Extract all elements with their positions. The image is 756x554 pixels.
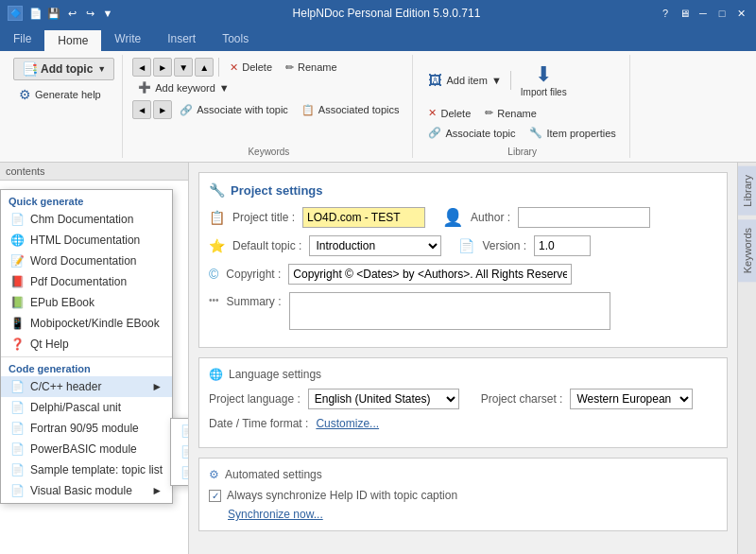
add-topic-button[interactable]: 📑 Add topic ▼	[13, 58, 114, 80]
item-props-icon: 🔧	[529, 127, 542, 139]
menu-word[interactable]: 📝 Word Documentation	[1, 251, 172, 271]
menu-sample[interactable]: 📄 Sample template: topic list	[1, 459, 172, 480]
qt-icon: ❓	[10, 338, 25, 351]
redo-btn[interactable]: ↪	[82, 6, 97, 21]
kw-row3: ◄ ► 🔗 Associate with topic 📋 Associated …	[132, 100, 404, 119]
copyright-input[interactable]	[288, 264, 572, 285]
nav-assoc-right[interactable]: ►	[153, 100, 172, 119]
menu-kindle[interactable]: 📱 Mobipocket/Kindle EBook	[1, 313, 172, 334]
menu-chm[interactable]: 📄 Chm Documentation	[1, 209, 172, 230]
sync-checkbox[interactable]: ✓	[209, 490, 221, 502]
nav-down[interactable]: ▼	[174, 58, 193, 77]
menu-powerbasic[interactable]: 📄 PowerBASIC module	[1, 439, 172, 459]
menu-vb[interactable]: 📄 Visual Basic module ►	[1, 480, 172, 501]
nav-right[interactable]: ►	[153, 58, 172, 77]
lang-select[interactable]: English (United States)	[308, 389, 459, 409]
customize-link[interactable]: Customize...	[316, 417, 379, 430]
rename-lib-button[interactable]: ✏ Rename	[479, 104, 542, 122]
item-props-label: Item properties	[546, 128, 615, 139]
add-topic-label: Add topic	[41, 62, 93, 76]
cpp-sub-arrow: ►	[151, 380, 163, 393]
charset-select[interactable]: Western European	[570, 389, 693, 409]
undo-btn[interactable]: ↩	[64, 6, 79, 21]
content-area: 🔧 Project settings 📋 Project title : 👤 A…	[189, 163, 737, 554]
assoc-topic-icon: 🔗	[180, 104, 193, 116]
project-title-row: 📋 Project title : 👤 Author :	[209, 207, 717, 228]
menu-html[interactable]: 🌐 HTML Documentation	[1, 230, 172, 251]
lang-title: 🌐 Language settings	[209, 368, 717, 381]
proj-title-label: Project title :	[232, 211, 295, 224]
default-topic-select[interactable]: Introduction	[309, 235, 441, 256]
topics-btns: 📑 Add topic ▼ ⚙ Generate help	[13, 58, 114, 105]
powerbasic-icon: 📄	[10, 442, 25, 456]
default-topic-label: Default topic :	[232, 239, 301, 252]
tab-file[interactable]: File	[0, 26, 44, 51]
add-keyword-button[interactable]: ➕ Add keyword ▼	[132, 78, 234, 96]
nav-up[interactable]: ▲	[195, 58, 214, 77]
default-topic-row: ⭐ Default topic : Introduction 📄 Version…	[209, 235, 717, 256]
menu-fortran[interactable]: 📄 Fortran 90/95 module	[1, 418, 172, 439]
proj-title-input[interactable]	[302, 207, 425, 228]
rename-kw-button[interactable]: ✏ Rename	[280, 59, 343, 77]
sync-now-link[interactable]: Synchronize now...	[228, 508, 323, 521]
sub-cpp-enums[interactable]: 📄 C/C++ Enums	[171, 462, 189, 483]
tab-insert[interactable]: Insert	[154, 26, 209, 51]
date-row: Date / Time format : Customize...	[209, 417, 717, 430]
assoc-topics-button[interactable]: 📋 Associated topics	[296, 101, 405, 119]
assoc-lib-icon: 🔗	[428, 127, 441, 139]
close-btn[interactable]: ✕	[733, 6, 748, 21]
sidebar-tab-keywords[interactable]: Keywords	[738, 219, 757, 282]
minimize-btn[interactable]: ─	[696, 6, 711, 21]
delete-lib-button[interactable]: ✕ Delete	[422, 104, 476, 122]
save-btn[interactable]: 💾	[46, 6, 61, 21]
menu-cpp[interactable]: 📄 C/C++ header ►	[1, 376, 172, 397]
generate-help-button[interactable]: ⚙ Generate help	[13, 84, 114, 105]
lib-row3: 🔗 Associate topic 🔧 Item properties	[422, 124, 621, 142]
word-icon: 📝	[10, 254, 25, 268]
assoc-topics-icon: 📋	[301, 104, 315, 116]
sidebar-tab-library[interactable]: Library	[738, 166, 757, 216]
chm-icon: 📄	[10, 213, 25, 226]
menu-epub[interactable]: 📗 EPub EBook	[1, 292, 172, 313]
sub-cpp-constants[interactable]: 📄 C/C++ Constants	[171, 421, 189, 441]
tab-write[interactable]: Write	[101, 26, 154, 51]
generate-help-icon: ⚙	[19, 87, 31, 102]
menu-qt[interactable]: ❓ Qt Help	[1, 334, 172, 355]
rename-lib-label: Rename	[497, 108, 537, 119]
author-input[interactable]	[518, 207, 650, 228]
assoc-topic-lib-button[interactable]: 🔗 Associate topic	[422, 124, 521, 142]
import-label: Import files	[521, 87, 567, 97]
new-btn[interactable]: 📄	[28, 6, 43, 21]
sub-cpp-defines[interactable]: 📄 C/C++ Defines	[171, 441, 189, 462]
copyright-icon: ©	[209, 267, 218, 282]
lang-label: Project language :	[209, 392, 301, 406]
tab-tools[interactable]: Tools	[209, 26, 262, 51]
default-topic-icon: ⭐	[209, 238, 225, 253]
help-btn[interactable]: ?	[658, 6, 673, 21]
menu-delphi[interactable]: 📄 Delphi/Pascal unit	[1, 397, 172, 418]
add-item-button[interactable]: 🖼 Add item ▼	[422, 69, 507, 91]
version-icon: 📄	[458, 238, 474, 253]
rename-kw-label: Rename	[298, 61, 337, 73]
tab-home[interactable]: Home	[44, 28, 101, 51]
summary-textarea[interactable]	[289, 292, 610, 330]
add-kw-icon: ➕	[138, 81, 151, 94]
version-input[interactable]	[534, 235, 591, 256]
delete-kw-button[interactable]: ✕ Delete	[224, 59, 278, 77]
item-props-button[interactable]: 🔧 Item properties	[524, 124, 621, 142]
maximize-btn[interactable]: □	[714, 6, 730, 21]
nav-left[interactable]: ◄	[132, 58, 151, 77]
nav-assoc-left[interactable]: ◄	[132, 100, 151, 119]
vb-sub-arrow: ►	[151, 484, 163, 497]
assoc-topic-button[interactable]: 🔗 Associate with topic	[174, 101, 294, 119]
import-files-button[interactable]: ⬇ Import files	[514, 58, 574, 102]
topics-content: 📑 Add topic ▼ ⚙ Generate help	[13, 55, 114, 155]
main-layout: contents Quick generate 📄 Chm Documentat…	[0, 163, 756, 554]
lang-icon: 🌐	[209, 368, 223, 381]
monitor-btn[interactable]: 🖥	[677, 6, 692, 21]
author-label: Author :	[471, 211, 510, 224]
automated-settings-panel: ⚙ Automated settings ✓ Always synchroniz…	[198, 458, 728, 531]
menu-pdf[interactable]: 📕 Pdf Documentation	[1, 271, 172, 292]
add-topic-arrow: ▼	[97, 64, 106, 74]
more-btn[interactable]: ▼	[100, 6, 115, 21]
